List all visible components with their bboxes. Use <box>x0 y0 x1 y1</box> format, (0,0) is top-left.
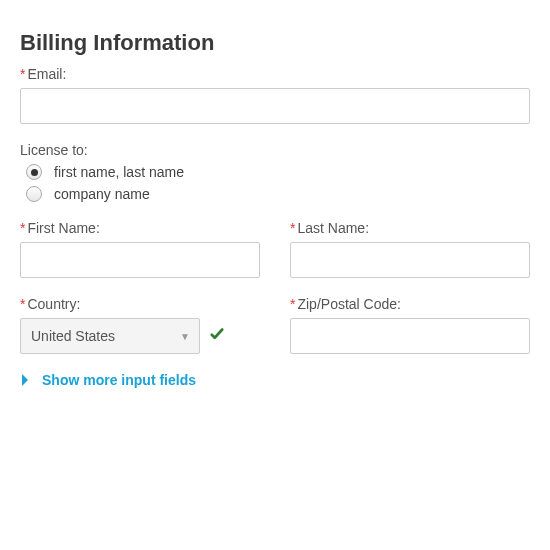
chevron-right-icon <box>20 374 30 386</box>
country-label: *Country: <box>20 296 260 312</box>
zip-label: *Zip/Postal Code: <box>290 296 530 312</box>
zip-input[interactable] <box>290 318 530 354</box>
first-name-group: *First Name: <box>20 220 260 278</box>
page-title: Billing Information <box>20 30 530 56</box>
email-input[interactable] <box>20 88 530 124</box>
license-option-company-label: company name <box>54 186 150 202</box>
license-option-person-label: first name, last name <box>54 164 184 180</box>
license-option-company[interactable]: company name <box>26 186 530 202</box>
zip-group: *Zip/Postal Code: <box>290 296 530 354</box>
first-name-label: *First Name: <box>20 220 260 236</box>
check-icon <box>208 325 226 347</box>
license-option-person[interactable]: first name, last name <box>26 164 530 180</box>
show-more-toggle[interactable]: Show more input fields <box>20 372 530 388</box>
email-label-text: Email: <box>27 66 66 82</box>
first-name-input[interactable] <box>20 242 260 278</box>
email-label: *Email: <box>20 66 530 82</box>
zip-label-text: Zip/Postal Code: <box>297 296 401 312</box>
license-label: License to: <box>20 142 530 158</box>
last-name-label: *Last Name: <box>290 220 530 236</box>
last-name-label-text: Last Name: <box>297 220 369 236</box>
country-select[interactable]: United States <box>20 318 200 354</box>
radio-unselected-icon <box>26 186 42 202</box>
show-more-label: Show more input fields <box>42 372 196 388</box>
license-group: License to: first name, last name compan… <box>20 142 530 202</box>
email-field-group: *Email: <box>20 66 530 124</box>
country-group: *Country: United States ▼ <box>20 296 260 354</box>
first-name-label-text: First Name: <box>27 220 99 236</box>
last-name-group: *Last Name: <box>290 220 530 278</box>
last-name-input[interactable] <box>290 242 530 278</box>
radio-selected-icon <box>26 164 42 180</box>
country-label-text: Country: <box>27 296 80 312</box>
